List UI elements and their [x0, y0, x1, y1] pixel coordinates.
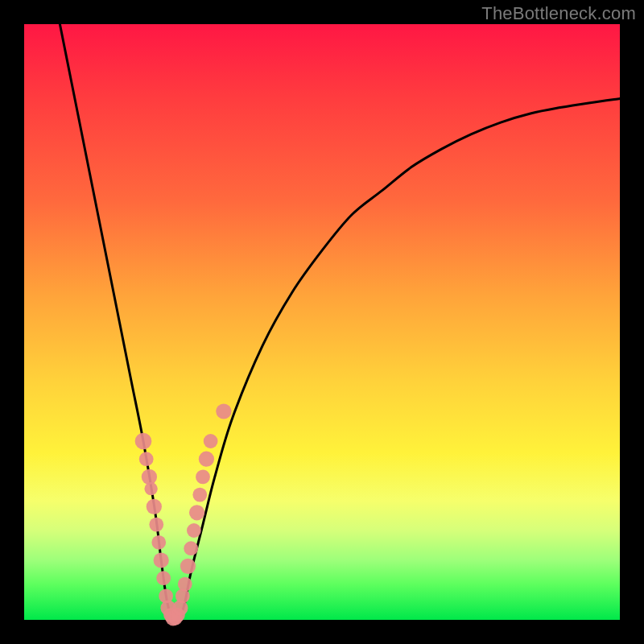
data-marker [142, 469, 157, 485]
data-marker [144, 482, 157, 495]
data-marker [184, 541, 198, 555]
data-marker [178, 577, 192, 592]
data-marker [180, 559, 196, 574]
marker-group [135, 403, 232, 625]
data-marker [139, 452, 154, 466]
curve-svg [24, 24, 620, 620]
data-marker [154, 552, 169, 568]
data-marker [156, 571, 171, 585]
data-marker [175, 589, 190, 604]
data-marker [192, 488, 207, 502]
bottleneck-curve [60, 24, 620, 622]
data-marker [216, 403, 231, 419]
plot-area [24, 24, 620, 620]
data-marker [135, 433, 152, 450]
data-marker [199, 452, 214, 467]
data-marker [204, 434, 218, 448]
data-marker [151, 535, 166, 550]
watermark-text: TheBottleneck.com [481, 3, 636, 24]
data-marker [149, 518, 163, 532]
data-marker [147, 499, 162, 514]
chart-frame: TheBottleneck.com [0, 0, 644, 644]
data-marker [189, 505, 204, 520]
data-marker [196, 470, 210, 485]
data-marker [187, 523, 201, 538]
